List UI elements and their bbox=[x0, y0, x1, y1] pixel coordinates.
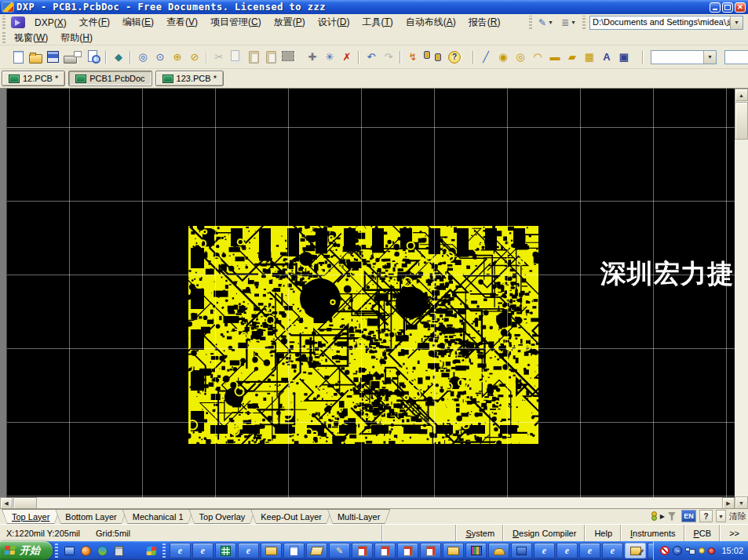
toolbar-grip[interactable] bbox=[2, 32, 5, 43]
tab-123-pcb[interactable]: 123.PCB * bbox=[155, 71, 224, 86]
tab-pcb1-pcbdoc[interactable]: PCB1.PcbDoc bbox=[68, 71, 151, 86]
alert[interactable] bbox=[708, 547, 715, 555]
task-dxp[interactable] bbox=[648, 543, 653, 558]
task-folder-1[interactable] bbox=[261, 543, 282, 558]
layer-multi[interactable]: Multi-Layer bbox=[327, 509, 390, 524]
print[interactable] bbox=[68, 49, 86, 66]
taskbar-grip[interactable] bbox=[162, 544, 166, 558]
network[interactable] bbox=[685, 550, 695, 551]
select-area[interactable] bbox=[286, 49, 304, 66]
move-selection[interactable]: ✚ bbox=[304, 49, 321, 66]
toolbar-combobox-1[interactable]: ▼ bbox=[651, 50, 717, 64]
scroll-left-button[interactable]: ◀ bbox=[0, 497, 13, 509]
menu-edit[interactable]: 编辑(E) bbox=[116, 14, 160, 31]
task-tool-1[interactable] bbox=[352, 543, 373, 558]
panel-system[interactable]: System bbox=[456, 525, 503, 541]
task-tool-3[interactable] bbox=[397, 543, 418, 558]
task-books[interactable] bbox=[465, 543, 487, 558]
close-button[interactable]: ✕ bbox=[735, 2, 746, 13]
task-hardhat[interactable] bbox=[488, 543, 509, 558]
pcb-editor-canvas[interactable]: 深圳宏力捷 bbox=[7, 89, 735, 497]
minimize-button[interactable] bbox=[710, 2, 721, 13]
menu-file[interactable]: 文件(F) bbox=[73, 14, 116, 31]
deselect-all[interactable]: ✳ bbox=[321, 49, 338, 66]
tips[interactable] bbox=[699, 547, 705, 554]
file-path-combobox[interactable]: D:\Documents and Settings\midea\桌[ ▼ bbox=[589, 16, 743, 30]
copy[interactable] bbox=[228, 49, 245, 66]
paste[interactable] bbox=[245, 49, 262, 66]
language-options-button[interactable]: ▼ bbox=[716, 510, 726, 522]
horizontal-scroll-thumb[interactable] bbox=[13, 497, 37, 509]
media-player[interactable] bbox=[78, 544, 93, 558]
combo-dropdown-button[interactable]: ▼ bbox=[730, 16, 743, 29]
cut[interactable]: ✂ bbox=[210, 49, 228, 66]
task-notepad[interactable] bbox=[283, 543, 305, 558]
combo-dropdown-button[interactable]: ▼ bbox=[703, 51, 716, 64]
panel-status-icon[interactable] bbox=[650, 511, 657, 522]
menu-view[interactable]: 查看(V) bbox=[160, 14, 204, 31]
open-document[interactable] bbox=[27, 49, 44, 66]
task-ie-2[interactable] bbox=[192, 543, 213, 558]
task-ie-5[interactable] bbox=[556, 543, 578, 558]
toolbar-grip[interactable] bbox=[582, 16, 586, 29]
toolbar-grip[interactable] bbox=[529, 16, 532, 29]
menu-project[interactable]: 项目管理(C) bbox=[204, 14, 268, 31]
place-fill[interactable]: ▬ bbox=[546, 49, 564, 66]
place-component[interactable]: ▣ bbox=[615, 49, 633, 66]
scroll-up-button[interactable]: ▲ bbox=[735, 89, 748, 101]
menu-help[interactable]: 帮助(H) bbox=[54, 30, 99, 46]
task-ie-1[interactable] bbox=[170, 543, 191, 558]
place-string[interactable]: A bbox=[598, 49, 615, 66]
paste-array[interactable] bbox=[262, 49, 279, 66]
alignment-dropdown[interactable]: ≣ ▼ bbox=[558, 16, 579, 29]
show-desktop[interactable] bbox=[62, 544, 76, 558]
language-help-button[interactable]: ? bbox=[699, 510, 713, 522]
layer-keepout[interactable]: Keep-Out Layer bbox=[250, 509, 332, 524]
calculator[interactable] bbox=[111, 544, 126, 558]
help[interactable] bbox=[453, 49, 470, 66]
restore-button[interactable] bbox=[722, 2, 733, 13]
layer-mechanical1[interactable]: Mechanical 1 bbox=[122, 509, 194, 524]
new-document[interactable] bbox=[9, 49, 27, 66]
task-ie-3[interactable] bbox=[238, 543, 259, 558]
tab-12-pcb[interactable]: 12.PCB * bbox=[2, 71, 65, 86]
zoom-window[interactable]: ◎ bbox=[134, 49, 151, 66]
task-tool-4[interactable] bbox=[420, 543, 441, 558]
place-line[interactable]: ╱ bbox=[477, 49, 494, 66]
layer-top-overlay[interactable]: Top Overlay bbox=[189, 509, 256, 524]
menu-window[interactable]: 视窗(W) bbox=[8, 30, 54, 46]
panel-pcb[interactable]: PCB bbox=[684, 525, 721, 541]
utilities-dropdown[interactable]: ✎ ▼ bbox=[535, 16, 556, 29]
menu-place[interactable]: 放置(P) bbox=[268, 14, 312, 31]
redo[interactable]: ↷ bbox=[380, 49, 397, 66]
task-tool-2[interactable] bbox=[374, 543, 396, 558]
interactive-routing[interactable]: ↯ bbox=[404, 49, 421, 66]
place-via[interactable]: ◎ bbox=[512, 49, 529, 66]
filter-icon[interactable] bbox=[668, 512, 676, 521]
panel-instruments[interactable]: Instruments bbox=[621, 525, 684, 541]
menu-dxp[interactable]: DXP(X) bbox=[28, 16, 73, 30]
task-book[interactable] bbox=[511, 543, 532, 558]
layer-top[interactable]: Top Layer bbox=[2, 509, 60, 524]
zoom-document[interactable]: ⊙ bbox=[151, 49, 169, 66]
undo[interactable]: ↶ bbox=[363, 49, 380, 66]
task-ie-6[interactable] bbox=[579, 543, 600, 558]
place-pad[interactable]: ◉ bbox=[494, 49, 512, 66]
task-excel[interactable] bbox=[215, 543, 236, 558]
scroll-right-button[interactable]: ▶ bbox=[722, 497, 735, 509]
language-badge[interactable]: EN bbox=[681, 510, 696, 522]
clear-label[interactable]: 清除 bbox=[729, 511, 746, 522]
vertical-scrollbar[interactable]: ▲ ▼ bbox=[735, 89, 748, 509]
task-folder-2[interactable] bbox=[443, 543, 464, 558]
internet-explorer[interactable] bbox=[128, 544, 142, 558]
start-button[interactable]: 开始 bbox=[0, 541, 53, 560]
clear-filter[interactable]: ✗ bbox=[338, 49, 356, 66]
zoom-points[interactable]: ⊕ bbox=[169, 49, 186, 66]
panel-more[interactable]: >> bbox=[720, 525, 748, 541]
browse-layers[interactable]: ◆ bbox=[110, 49, 127, 66]
find-similar[interactable] bbox=[429, 49, 446, 66]
layer-bottom[interactable]: Bottom Layer bbox=[55, 509, 126, 524]
toolbar-combobox-2[interactable]: ▼ bbox=[724, 50, 748, 64]
audio-utility[interactable] bbox=[673, 546, 682, 555]
task-folder-open[interactable] bbox=[306, 543, 327, 558]
